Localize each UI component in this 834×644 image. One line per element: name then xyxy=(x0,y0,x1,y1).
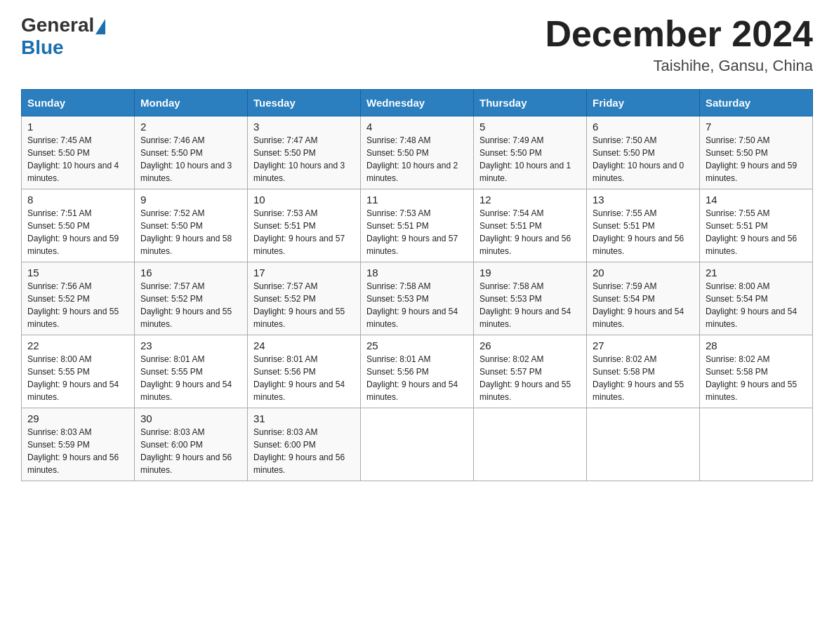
day-info: Sunrise: 7:50 AM Sunset: 5:50 PM Dayligh… xyxy=(706,134,807,185)
day-info: Sunrise: 8:00 AM Sunset: 5:54 PM Dayligh… xyxy=(706,280,807,330)
logo-general-text: General xyxy=(21,14,94,36)
day-number: 8 xyxy=(27,194,128,206)
calendar-cell: 1 Sunrise: 7:45 AM Sunset: 5:50 PM Dayli… xyxy=(22,116,135,189)
calendar-header-row: SundayMondayTuesdayWednesdayThursdayFrid… xyxy=(22,90,813,116)
calendar-cell: 15 Sunrise: 7:56 AM Sunset: 5:52 PM Dayl… xyxy=(22,262,135,335)
day-info: Sunrise: 7:59 AM Sunset: 5:54 PM Dayligh… xyxy=(593,280,694,330)
day-number: 22 xyxy=(27,340,128,351)
calendar-week-row: 1 Sunrise: 7:45 AM Sunset: 5:50 PM Dayli… xyxy=(22,116,813,189)
calendar-table: SundayMondayTuesdayWednesdayThursdayFrid… xyxy=(21,89,813,481)
day-info: Sunrise: 8:02 AM Sunset: 5:57 PM Dayligh… xyxy=(479,353,581,403)
day-number: 4 xyxy=(366,121,468,133)
day-info: Sunrise: 7:57 AM Sunset: 5:52 PM Dayligh… xyxy=(140,280,241,330)
calendar-cell: 24 Sunrise: 8:01 AM Sunset: 5:56 PM Dayl… xyxy=(248,335,361,408)
day-number: 20 xyxy=(593,267,694,279)
day-number: 12 xyxy=(479,194,581,206)
day-info: Sunrise: 7:57 AM Sunset: 5:52 PM Dayligh… xyxy=(253,280,355,330)
column-header-thursday: Thursday xyxy=(474,90,587,116)
day-number: 11 xyxy=(366,194,468,206)
day-info: Sunrise: 8:03 AM Sunset: 6:00 PM Dayligh… xyxy=(253,426,355,476)
calendar-cell: 8 Sunrise: 7:51 AM Sunset: 5:50 PM Dayli… xyxy=(22,189,135,262)
day-number: 14 xyxy=(706,194,807,206)
location-subtitle: Taishihe, Gansu, China xyxy=(545,57,813,75)
calendar-cell: 20 Sunrise: 7:59 AM Sunset: 5:54 PM Dayl… xyxy=(587,262,700,335)
day-info: Sunrise: 8:03 AM Sunset: 6:00 PM Dayligh… xyxy=(140,426,241,476)
day-info: Sunrise: 7:58 AM Sunset: 5:53 PM Dayligh… xyxy=(479,280,581,330)
day-info: Sunrise: 8:00 AM Sunset: 5:55 PM Dayligh… xyxy=(27,353,128,403)
day-number: 31 xyxy=(253,412,355,424)
calendar-cell: 21 Sunrise: 8:00 AM Sunset: 5:54 PM Dayl… xyxy=(700,262,813,335)
calendar-cell: 18 Sunrise: 7:58 AM Sunset: 5:53 PM Dayl… xyxy=(361,262,474,335)
calendar-cell: 13 Sunrise: 7:55 AM Sunset: 5:51 PM Dayl… xyxy=(587,189,700,262)
day-number: 30 xyxy=(140,412,241,424)
calendar-cell: 19 Sunrise: 7:58 AM Sunset: 5:53 PM Dayl… xyxy=(474,262,587,335)
day-number: 24 xyxy=(253,340,355,351)
day-number: 3 xyxy=(253,121,355,133)
calendar-cell: 26 Sunrise: 8:02 AM Sunset: 5:57 PM Dayl… xyxy=(474,335,587,408)
calendar-week-row: 8 Sunrise: 7:51 AM Sunset: 5:50 PM Dayli… xyxy=(22,189,813,262)
calendar-cell xyxy=(361,408,474,481)
column-header-wednesday: Wednesday xyxy=(361,90,474,116)
calendar-cell: 6 Sunrise: 7:50 AM Sunset: 5:50 PM Dayli… xyxy=(587,116,700,189)
day-number: 6 xyxy=(593,121,694,133)
calendar-cell xyxy=(474,408,587,481)
calendar-cell: 2 Sunrise: 7:46 AM Sunset: 5:50 PM Dayli… xyxy=(135,116,248,189)
day-number: 16 xyxy=(140,267,241,279)
day-info: Sunrise: 8:01 AM Sunset: 5:56 PM Dayligh… xyxy=(366,353,468,403)
day-info: Sunrise: 7:56 AM Sunset: 5:52 PM Dayligh… xyxy=(27,280,128,330)
day-info: Sunrise: 7:58 AM Sunset: 5:53 PM Dayligh… xyxy=(366,280,468,330)
day-info: Sunrise: 8:03 AM Sunset: 5:59 PM Dayligh… xyxy=(27,426,128,476)
day-number: 19 xyxy=(479,267,581,279)
day-info: Sunrise: 7:51 AM Sunset: 5:50 PM Dayligh… xyxy=(27,207,128,257)
calendar-cell: 14 Sunrise: 7:55 AM Sunset: 5:51 PM Dayl… xyxy=(700,189,813,262)
page-header: General Blue December 2024 Taishihe, Gan… xyxy=(21,14,813,75)
month-year-title: December 2024 xyxy=(545,14,813,54)
calendar-cell: 3 Sunrise: 7:47 AM Sunset: 5:50 PM Dayli… xyxy=(248,116,361,189)
day-info: Sunrise: 7:47 AM Sunset: 5:50 PM Dayligh… xyxy=(253,134,355,185)
calendar-week-row: 15 Sunrise: 7:56 AM Sunset: 5:52 PM Dayl… xyxy=(22,262,813,335)
day-number: 26 xyxy=(479,340,581,351)
calendar-cell: 31 Sunrise: 8:03 AM Sunset: 6:00 PM Dayl… xyxy=(248,408,361,481)
column-header-sunday: Sunday xyxy=(22,90,135,116)
calendar-cell: 9 Sunrise: 7:52 AM Sunset: 5:50 PM Dayli… xyxy=(135,189,248,262)
day-number: 28 xyxy=(706,340,807,351)
day-number: 7 xyxy=(706,121,807,133)
day-info: Sunrise: 7:48 AM Sunset: 5:50 PM Dayligh… xyxy=(366,134,468,185)
calendar-cell: 16 Sunrise: 7:57 AM Sunset: 5:52 PM Dayl… xyxy=(135,262,248,335)
day-info: Sunrise: 8:01 AM Sunset: 5:56 PM Dayligh… xyxy=(253,353,355,403)
day-info: Sunrise: 7:50 AM Sunset: 5:50 PM Dayligh… xyxy=(593,134,694,185)
calendar-cell: 5 Sunrise: 7:49 AM Sunset: 5:50 PM Dayli… xyxy=(474,116,587,189)
day-number: 1 xyxy=(27,121,128,133)
day-number: 2 xyxy=(140,121,241,133)
day-number: 13 xyxy=(593,194,694,206)
calendar-cell: 30 Sunrise: 8:03 AM Sunset: 6:00 PM Dayl… xyxy=(135,408,248,481)
calendar-cell: 12 Sunrise: 7:54 AM Sunset: 5:51 PM Dayl… xyxy=(474,189,587,262)
calendar-cell: 10 Sunrise: 7:53 AM Sunset: 5:51 PM Dayl… xyxy=(248,189,361,262)
day-info: Sunrise: 8:01 AM Sunset: 5:55 PM Dayligh… xyxy=(140,353,241,403)
logo-triangle-icon xyxy=(95,19,105,34)
day-info: Sunrise: 7:55 AM Sunset: 5:51 PM Dayligh… xyxy=(593,207,694,257)
day-info: Sunrise: 7:46 AM Sunset: 5:50 PM Dayligh… xyxy=(140,134,241,185)
day-info: Sunrise: 7:53 AM Sunset: 5:51 PM Dayligh… xyxy=(253,207,355,257)
day-info: Sunrise: 7:53 AM Sunset: 5:51 PM Dayligh… xyxy=(366,207,468,257)
calendar-week-row: 22 Sunrise: 8:00 AM Sunset: 5:55 PM Dayl… xyxy=(22,335,813,408)
calendar-cell: 28 Sunrise: 8:02 AM Sunset: 5:58 PM Dayl… xyxy=(700,335,813,408)
day-info: Sunrise: 7:49 AM Sunset: 5:50 PM Dayligh… xyxy=(479,134,581,185)
calendar-cell: 7 Sunrise: 7:50 AM Sunset: 5:50 PM Dayli… xyxy=(700,116,813,189)
day-number: 17 xyxy=(253,267,355,279)
column-header-saturday: Saturday xyxy=(700,90,813,116)
day-info: Sunrise: 8:02 AM Sunset: 5:58 PM Dayligh… xyxy=(706,353,807,403)
day-info: Sunrise: 7:52 AM Sunset: 5:50 PM Dayligh… xyxy=(140,207,241,257)
day-number: 29 xyxy=(27,412,128,424)
column-header-tuesday: Tuesday xyxy=(248,90,361,116)
calendar-cell: 17 Sunrise: 7:57 AM Sunset: 5:52 PM Dayl… xyxy=(248,262,361,335)
day-number: 5 xyxy=(479,121,581,133)
day-info: Sunrise: 7:54 AM Sunset: 5:51 PM Dayligh… xyxy=(479,207,581,257)
day-number: 27 xyxy=(593,340,694,351)
calendar-cell xyxy=(587,408,700,481)
day-number: 15 xyxy=(27,267,128,279)
logo-blue-text: Blue xyxy=(21,36,64,58)
calendar-cell: 4 Sunrise: 7:48 AM Sunset: 5:50 PM Dayli… xyxy=(361,116,474,189)
day-info: Sunrise: 8:02 AM Sunset: 5:58 PM Dayligh… xyxy=(593,353,694,403)
day-number: 10 xyxy=(253,194,355,206)
